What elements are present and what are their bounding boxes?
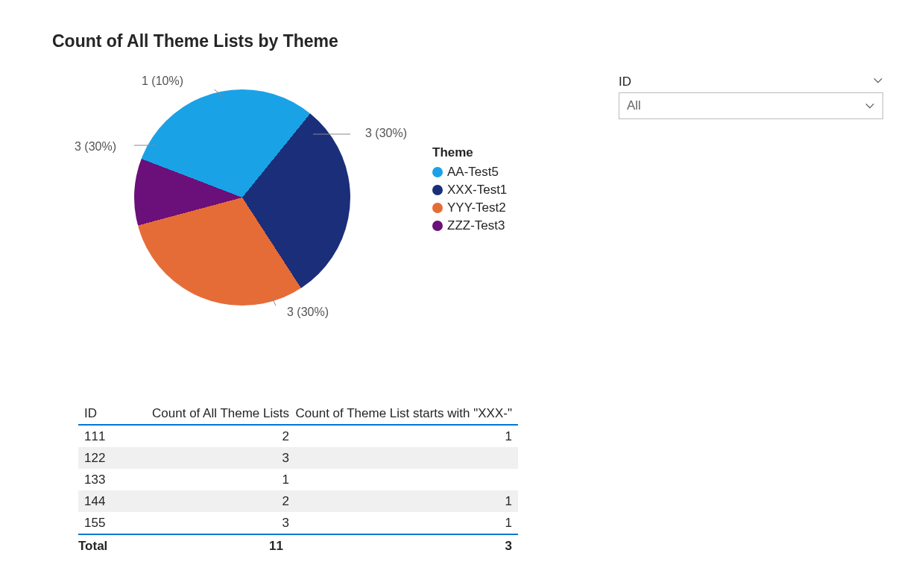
- col-id: ID: [78, 406, 136, 421]
- col-xxx: Count of Theme List starts with "XXX-": [295, 406, 518, 421]
- table-row[interactable]: 144 2 1: [78, 490, 518, 512]
- swatch-icon: [432, 203, 443, 213]
- pie-label-yyy: 3 (30%): [75, 140, 116, 154]
- slicer-dropdown[interactable]: All: [619, 92, 883, 119]
- table-header: ID Count of All Theme Lists Count of The…: [78, 402, 518, 426]
- cell: 1: [295, 494, 518, 509]
- swatch-icon: [432, 167, 443, 177]
- legend-item-yyy[interactable]: YYY-Test2: [432, 200, 507, 215]
- legend-item-aa[interactable]: AA-Test5: [432, 165, 507, 180]
- legend: Theme AA-Test5 XXX-Test1 YYY-Test2 ZZZ-T…: [432, 145, 507, 236]
- legend-label: ZZZ-Test3: [447, 218, 505, 233]
- cell: 3: [136, 516, 295, 531]
- cell: 2: [136, 494, 295, 509]
- swatch-icon: [432, 185, 443, 195]
- table-row[interactable]: 122 3: [78, 447, 518, 469]
- legend-label: XXX-Test1: [447, 183, 507, 197]
- swatch-icon: [432, 221, 443, 231]
- cell: 155: [78, 516, 136, 531]
- legend-item-zzz[interactable]: ZZZ-Test3: [432, 218, 507, 233]
- cell: 1: [295, 516, 518, 531]
- cell: 2: [136, 429, 295, 444]
- table-row[interactable]: 111 2 1: [78, 426, 518, 447]
- table-row[interactable]: 133 1: [78, 469, 518, 490]
- slicer-value: All: [627, 98, 641, 113]
- legend-label: AA-Test5: [447, 165, 499, 180]
- col-count: Count of All Theme Lists: [136, 406, 295, 421]
- cell: 111: [78, 429, 136, 444]
- pie-label-xxx: 3 (30%): [287, 306, 329, 319]
- total-label: Total: [78, 539, 130, 554]
- table-row[interactable]: 155 3 1: [78, 512, 518, 534]
- slicer-id: ID All: [619, 75, 883, 119]
- slicer-title: ID: [619, 75, 631, 89]
- legend-title: Theme: [432, 145, 507, 160]
- chevron-down-icon[interactable]: [873, 75, 883, 89]
- pie-label-zzz: 1 (10%): [142, 75, 183, 88]
- cell: 1: [295, 429, 518, 444]
- cell: 144: [78, 494, 136, 509]
- table-total: Total 11 3: [78, 534, 518, 557]
- cell: 133: [78, 472, 136, 487]
- cell: 3: [136, 451, 295, 466]
- total-count: 11: [130, 539, 289, 554]
- legend-label: YYY-Test2: [447, 200, 506, 215]
- cell: 122: [78, 451, 136, 466]
- pie-label-aa: 3 (30%): [365, 127, 407, 140]
- pie-chart[interactable]: [134, 89, 350, 306]
- chart-title: Count of All Theme Lists by Theme: [52, 31, 338, 51]
- total-xxx: 3: [289, 539, 518, 554]
- cell: 1: [136, 472, 295, 487]
- legend-item-xxx[interactable]: XXX-Test1: [432, 183, 507, 197]
- data-table[interactable]: ID Count of All Theme Lists Count of The…: [78, 402, 518, 557]
